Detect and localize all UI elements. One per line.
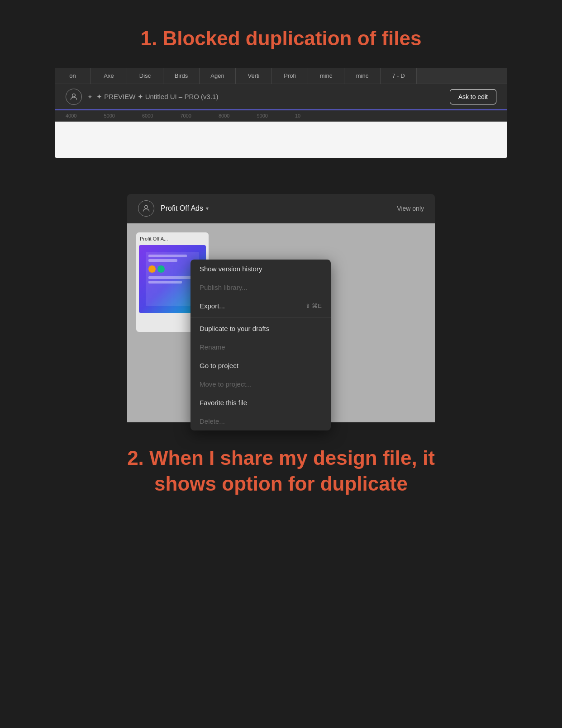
preview-line-2 [148,259,177,262]
preview-line-3 [148,276,192,279]
dropdown-item-label: Duplicate to your drafts [200,325,269,332]
figma-canvas: Profit Off A... [127,223,435,422]
export-shortcut: ⇧ ⌘E [305,303,322,309]
chevron-down-icon: ▾ [206,205,209,212]
dropdown-item-label: Delete... [200,417,225,425]
tab-agen[interactable]: Agen [200,68,236,84]
tab-disc[interactable]: Disc [127,68,163,84]
dropdown-item-label: Go to project [200,362,238,369]
tab-7d[interactable]: 7 - D [381,68,417,84]
preview-label: ✦ ✦ PREVIEW ✦ Untitled UI – PRO (v3.1) [87,93,218,101]
section2-container: Profit Off Ads ▾ View only Profit Off A.… [55,194,507,496]
figma-file-title: Profit Off Ads ▾ [161,204,209,213]
ruler-tick-6000: 6000 [142,113,153,118]
preview-line-1 [148,255,187,257]
dropdown-item-label: Export... [200,302,225,310]
dropdown-show-version-history[interactable]: Show version history [191,260,331,278]
file-name-text: Profit Off Ads [161,204,203,213]
figma-header: Profit Off Ads ▾ View only [127,194,435,223]
preview-dot-yellow [148,265,156,273]
ruler-tick-7000: 7000 [180,113,191,118]
tab-minc1[interactable]: minc [308,68,344,84]
dropdown-favorite-file[interactable]: Favorite this file [191,393,331,412]
section2-title: 2. When I share my design file, it shows… [123,445,439,496]
ruler-tick-4000: 4000 [66,113,76,118]
tab-verti[interactable]: Verti [236,68,272,84]
ruler-tick-9000: 9000 [257,113,267,118]
user-avatar [66,89,82,105]
tab-profi[interactable]: Profi [272,68,308,84]
preview-text: ✦ PREVIEW ✦ Untitled UI – PRO (v3.1) [96,93,218,101]
dropdown-item-label: Rename [200,343,225,351]
ruler-tick-8000: 8000 [219,113,229,118]
tab-birds[interactable]: Birds [163,68,200,84]
dropdown-item-label: Show version history [200,265,262,273]
diamond-icon-left: ✦ [87,93,93,100]
figma-user-avatar [138,200,154,217]
file-card-label: Profit Off A... [136,232,209,245]
preview-line-4 [148,281,182,284]
dropdown-export[interactable]: Export... ⇧ ⌘E [191,297,331,315]
ask-to-edit-button[interactable]: Ask to edit [450,89,496,104]
editor-screenshot: on Axe Disc Birds Agen Verti Profi minc … [55,68,507,158]
editor-toolbar: ✦ ✦ PREVIEW ✦ Untitled UI – PRO (v3.1) A… [55,84,507,110]
ruler-tick-5000: 5000 [104,113,114,118]
view-only-label: View only [397,205,424,212]
tab-minc2[interactable]: minc [344,68,381,84]
dropdown-menu: Show version history Publish library... … [191,260,331,430]
dropdown-duplicate-drafts[interactable]: Duplicate to your drafts [191,319,331,338]
dropdown-item-label: Move to project... [200,380,252,388]
tab-bar: on Axe Disc Birds Agen Verti Profi minc … [55,68,507,84]
tab-on[interactable]: on [55,68,91,84]
tab-axe[interactable]: Axe [91,68,127,84]
ruler-tick-10: 10 [295,113,300,118]
dropdown-publish-library: Publish library... [191,278,331,297]
dropdown-move-to-project: Move to project... [191,375,331,393]
dropdown-delete: Delete... [191,412,331,430]
ruler-area: 4000 5000 6000 7000 8000 9000 10 [55,110,507,122]
dropdown-divider-1 [191,317,331,317]
dropdown-item-label: Favorite this file [200,399,247,407]
dropdown-item-label: Publish library... [200,284,248,291]
svg-point-1 [145,205,148,208]
dropdown-rename: Rename [191,338,331,356]
section1-title: 1. Blocked duplication of files [141,27,422,50]
preview-dot-green [157,265,165,273]
dropdown-go-to-project[interactable]: Go to project [191,356,331,375]
svg-point-0 [72,94,76,97]
canvas-area [55,122,507,158]
figma-window: Profit Off Ads ▾ View only Profit Off A.… [127,194,435,422]
